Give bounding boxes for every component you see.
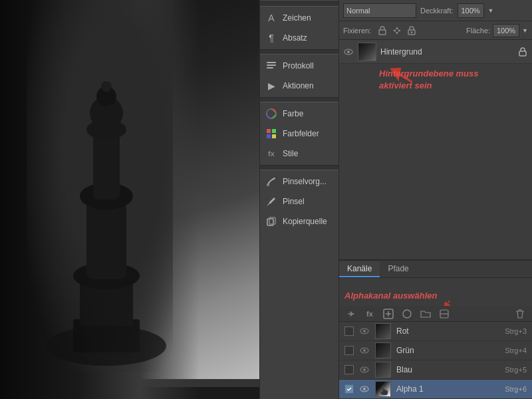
tool-pinsel[interactable]: Pinsel [260, 192, 338, 211]
channel-row-blau[interactable]: Blau Strg+5 [339, 360, 532, 380]
channels-annotation-area: Alphakanal auswählen [339, 278, 532, 306]
channel-alpha-shortcut: Strg+6 [505, 385, 527, 393]
svg-rect-16 [272, 129, 276, 133]
channel-blau-name: Blau [396, 365, 499, 374]
channel-alpha-checkbox[interactable] [344, 384, 354, 394]
tool-aktionen[interactable]: ▶ Aktionen [260, 76, 338, 96]
tool-stile-label: Stile [283, 149, 298, 158]
svg-rect-17 [267, 134, 271, 138]
tool-absatz-label: Absatz [283, 33, 307, 43]
svg-point-37 [363, 330, 366, 332]
lock-position-icon[interactable] [391, 25, 403, 37]
panel-separator-top [260, 1, 338, 7]
channel-rot-shortcut: Strg+3 [505, 327, 527, 335]
flaeche-input[interactable] [493, 24, 519, 37]
tool-zeichen-label: Zeichen [283, 13, 311, 23]
image-canvas-area [0, 0, 259, 399]
svg-point-39 [363, 349, 366, 352]
blend-mode-wrapper[interactable]: Normal [343, 3, 416, 18]
tool-pinsel-label: Pinsel [283, 197, 305, 206]
channel-rot-visibility[interactable] [359, 326, 370, 336]
stile-icon: fx [265, 148, 277, 160]
channels-toolbar: fx [339, 306, 532, 322]
blend-mode-select[interactable]: Normal [343, 3, 416, 18]
tool-aktionen-label: Aktionen [283, 81, 314, 90]
tool-kopierquelle[interactable]: Kopierquelle [260, 211, 338, 231]
layer-visibility-toggle[interactable] [343, 47, 354, 57]
channel-alpha-visibility[interactable] [359, 384, 370, 394]
tools-panel: A Zeichen ¶ Absatz Protokoll ▶ Aktionen … [259, 0, 339, 399]
svg-rect-22 [379, 30, 386, 35]
flaeche-label: Fläche: [466, 27, 490, 35]
svg-line-29 [444, 301, 450, 306]
panel-separator-3 [260, 165, 338, 170]
tool-zeichen[interactable]: A Zeichen [260, 8, 338, 28]
fixieren-label: Fixieren: [343, 27, 371, 35]
fixieren-bar: Fixieren: Fläche: ▼ [339, 21, 532, 40]
aktionen-icon: ▶ [265, 80, 277, 92]
channel-blau-shortcut: Strg+5 [505, 366, 527, 374]
channel-rot-checkbox[interactable] [344, 327, 354, 336]
farbe-icon [265, 108, 277, 120]
svg-point-19 [267, 184, 269, 186]
channel-row-rot[interactable]: Rot Strg+3 [339, 322, 532, 341]
svg-point-41 [363, 368, 366, 371]
kopierquelle-icon [265, 215, 277, 227]
protokoll-icon [265, 60, 277, 72]
annotation-arrows [339, 64, 532, 259]
svg-point-33 [403, 310, 411, 318]
channel-row-gruen[interactable]: Grün Strg+4 [339, 341, 532, 360]
layer-lock-icon [517, 47, 528, 57]
pinselvorgabe-icon [265, 176, 277, 188]
channel-rot-name: Rot [396, 327, 499, 336]
delete-channel-icon[interactable] [513, 307, 527, 321]
channels-tabs-row: Kanäle Pfade [339, 261, 532, 278]
fx-icon[interactable]: fx [363, 307, 376, 321]
svg-rect-15 [267, 129, 271, 133]
layers-annotation-area: Hintergrundebene muss aktiviert sein [339, 64, 532, 259]
canvas [0, 0, 259, 379]
svg-point-26 [347, 51, 350, 53]
tool-stile[interactable]: fx Stile [260, 144, 338, 164]
layer-thumb-image [358, 43, 376, 61]
channel-rot-thumb [375, 323, 391, 339]
lock-pixels-icon[interactable] [376, 25, 388, 37]
svg-point-43 [363, 388, 366, 390]
svg-rect-27 [519, 51, 526, 56]
mask-icon[interactable] [438, 307, 451, 321]
zeichen-icon: A [265, 12, 277, 24]
channel-alpha-name: Alpha 1 [396, 384, 499, 394]
channel-gruen-shortcut: Strg+4 [505, 346, 527, 354]
annotation-2-arrow [339, 278, 532, 306]
channel-blau-visibility[interactable] [359, 364, 370, 375]
tab-pfade[interactable]: Pfade [380, 261, 416, 277]
channel-row-alpha[interactable]: Alpha 1 Strg+6 [339, 380, 532, 399]
channels-panel: Kanäle Pfade Alphakanal auswählen fx [339, 259, 532, 399]
tool-farbfelder[interactable]: Farbfelder [260, 124, 338, 144]
flaeche-dropdown-arrow: ▼ [522, 27, 528, 34]
link-icon[interactable] [344, 307, 358, 321]
tool-absatz[interactable]: ¶ Absatz [260, 28, 338, 48]
tab-kanale[interactable]: Kanäle [339, 261, 380, 277]
folder-icon[interactable] [419, 307, 432, 321]
annotation-1-text: Hintergrundebene muss aktiviert sein [379, 68, 485, 92]
layers-blend-bar: Normal Deckkraft: ▼ [339, 0, 532, 21]
circle-icon[interactable] [400, 307, 414, 321]
tool-farbe[interactable]: Farbe [260, 104, 338, 124]
opacity-input[interactable] [458, 3, 484, 18]
channel-gruen-visibility[interactable] [359, 345, 370, 356]
svg-rect-6 [93, 133, 120, 200]
channel-gruen-checkbox[interactable] [344, 346, 354, 355]
tool-pinselvorgabe[interactable]: Pinselvorg... [260, 172, 338, 192]
lock-all-icon[interactable] [406, 25, 418, 37]
svg-rect-13 [267, 67, 273, 68]
tool-protokoll-label: Protokoll [283, 61, 314, 70]
layer-hintergrund-row[interactable]: Hintergrund [339, 40, 532, 64]
chess-piece-svg [0, 0, 259, 379]
channel-blau-checkbox[interactable] [344, 365, 354, 374]
new-channel-icon[interactable] [382, 307, 395, 321]
svg-rect-11 [267, 62, 276, 63]
farbfelder-icon [265, 128, 277, 140]
tool-protokoll[interactable]: Protokoll [260, 56, 338, 76]
svg-rect-4 [86, 200, 126, 279]
